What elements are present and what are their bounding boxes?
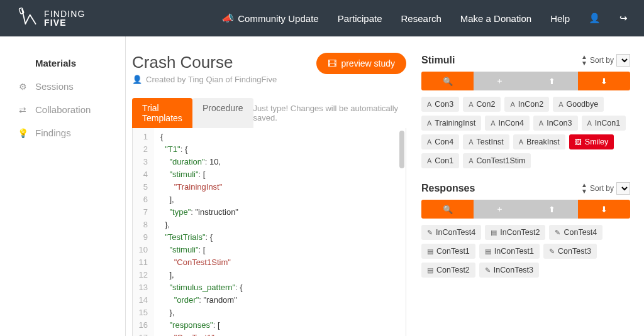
nav-user[interactable]: 👤: [589, 13, 601, 24]
text-icon: A: [587, 119, 592, 127]
svg-rect-0: [19, 8, 24, 14]
stimulus-chip[interactable]: ACon2: [463, 97, 501, 112]
logo-icon: [16, 7, 39, 30]
response-chip[interactable]: ▤ConTest1: [421, 244, 475, 259]
top-bar: FINDING FIVE 📣Community Update Participa…: [0, 0, 644, 36]
stimuli-sort: ▲▼ Sort by: [581, 54, 630, 67]
sort-toggle-icon[interactable]: ▲▼: [581, 182, 587, 195]
stimuli-heading: Stimuli: [421, 55, 455, 66]
sort-label: Sort by: [590, 56, 614, 65]
responses-upload-button[interactable]: ⬆: [526, 200, 578, 219]
response-chip[interactable]: ▤ConTest2: [421, 263, 475, 278]
text-icon: A: [469, 157, 473, 165]
stimuli-sort-select[interactable]: [616, 54, 630, 67]
nav-help[interactable]: Help: [550, 13, 570, 24]
stimulus-chip[interactable]: AConTest1Stim: [463, 153, 531, 168]
text-icon: A: [519, 138, 523, 146]
image-icon: 🖼: [575, 138, 582, 146]
page-title: Crash Course: [132, 53, 277, 72]
byline: 👤 Created by Ting Qian of FindingFive: [132, 75, 277, 84]
tab-trial-templates[interactable]: Trial Templates: [132, 98, 192, 128]
user-icon: 👤: [132, 75, 142, 84]
stimuli-download-button[interactable]: ⬇: [578, 72, 630, 90]
responses-heading: Responses: [421, 183, 475, 194]
brand-line2: FIVE: [44, 18, 85, 27]
form-icon: ▤: [427, 266, 433, 274]
text-icon: A: [427, 119, 431, 127]
text-icon: A: [469, 138, 473, 146]
response-chip[interactable]: ✎ConTest4: [549, 225, 602, 240]
nav-logout[interactable]: ↪: [619, 13, 628, 24]
nav-community[interactable]: 📣Community Update: [222, 13, 318, 24]
stimulus-chip[interactable]: ATestInst: [463, 134, 509, 149]
stimulus-chip[interactable]: ACon4: [421, 134, 459, 149]
plus-icon: ＋: [496, 75, 504, 87]
response-chip[interactable]: ✎InConTest4: [421, 225, 481, 240]
response-chip[interactable]: ✎ConTest3: [543, 244, 597, 259]
stimulus-chip[interactable]: ACon1: [421, 153, 459, 168]
code-body[interactable]: { "T1": { "duration": 10, "stimuli": [ "…: [154, 128, 249, 336]
responses-download-button[interactable]: ⬇: [578, 200, 630, 219]
preview-study-button[interactable]: 🎞 preview study: [316, 53, 406, 74]
stimulus-chip[interactable]: AGoodbye: [553, 97, 604, 112]
responses-search-button[interactable]: 🔍: [421, 200, 474, 219]
response-chip[interactable]: ▤InConTest1: [479, 244, 540, 259]
download-icon: ⬇: [601, 205, 608, 214]
stimulus-chip[interactable]: 🖼Smiley: [569, 134, 614, 149]
pencil-icon: ✎: [549, 247, 555, 256]
stimulus-chip[interactable]: AInCon3: [533, 116, 578, 131]
sort-toggle-icon[interactable]: ▲▼: [581, 54, 587, 67]
form-icon: ▤: [485, 247, 491, 256]
brand-logo[interactable]: FINDING FIVE: [16, 7, 85, 30]
pencil-icon: ✎: [555, 229, 560, 237]
sort-label: Sort by: [590, 184, 614, 193]
stimulus-chip[interactable]: AInCon4: [485, 116, 530, 131]
stimulus-chip[interactable]: ACon3: [421, 97, 459, 112]
sidebar-item-materials[interactable]: Materials: [0, 51, 125, 75]
stimuli-list: ACon3ACon2AInCon2AGoodbyeATrainingInstAI…: [421, 97, 630, 168]
stimuli-search-button[interactable]: 🔍: [421, 72, 474, 90]
text-icon: A: [558, 100, 563, 108]
text-icon: A: [510, 100, 514, 108]
editor-tabs: Trial Templates Procedure: [132, 98, 253, 128]
autosave-hint: Just type! Changes will be automatically…: [253, 104, 406, 122]
brand-line1: FINDING: [44, 9, 85, 18]
nav-donate[interactable]: Make a Donation: [460, 13, 531, 24]
sidebar-icon: ⚙: [18, 82, 28, 92]
pencil-icon: ✎: [485, 266, 491, 274]
responses-toolbar: 🔍 ＋ ⬆ ⬇: [421, 200, 630, 219]
stimuli-upload-button[interactable]: ⬆: [526, 72, 578, 90]
responses-list: ✎InConTest4▤InConTest2✎ConTest4▤ConTest1…: [421, 225, 630, 278]
text-icon: A: [427, 157, 431, 165]
code-editor[interactable]: 12345678910111213141516171819 { "T1": { …: [132, 128, 406, 336]
stimulus-chip[interactable]: ATrainingInst: [421, 116, 481, 131]
sidebar-item-sessions[interactable]: ⚙Sessions: [0, 75, 125, 98]
nav-participate[interactable]: Participate: [338, 13, 382, 24]
stimulus-chip[interactable]: AInCon1: [582, 116, 626, 131]
line-gutter: 12345678910111213141516171819: [133, 128, 154, 336]
text-icon: A: [469, 100, 473, 108]
sidebar: Materials⚙Sessions⇄Collaboration💡Finding…: [0, 36, 126, 336]
scrollbar-thumb[interactable]: [399, 131, 404, 168]
response-chip[interactable]: ✎InConTest3: [479, 263, 539, 278]
megaphone-icon: 📣: [222, 13, 234, 24]
logout-icon: ↪: [619, 13, 628, 24]
form-icon: ▤: [427, 247, 433, 256]
responses-sort-select[interactable]: [616, 182, 630, 195]
search-icon: 🔍: [443, 205, 453, 214]
sidebar-item-findings[interactable]: 💡Findings: [0, 121, 125, 144]
stimulus-chip[interactable]: AInCon2: [504, 97, 549, 112]
pencil-icon: ✎: [427, 229, 433, 237]
text-icon: A: [491, 119, 495, 127]
film-icon: 🎞: [328, 58, 336, 68]
nav-research[interactable]: Research: [401, 13, 441, 24]
sidebar-item-collaboration[interactable]: ⇄Collaboration: [0, 98, 125, 121]
upload-icon: ⬆: [548, 77, 555, 86]
search-icon: 🔍: [443, 77, 453, 86]
stimulus-chip[interactable]: ABreakInst: [513, 134, 565, 149]
responses-add-button[interactable]: ＋: [474, 200, 526, 219]
stimuli-add-button[interactable]: ＋: [474, 72, 526, 90]
response-chip[interactable]: ▤InConTest2: [485, 225, 545, 240]
tab-procedure[interactable]: Procedure: [192, 98, 253, 128]
top-nav: 📣Community Update Participate Research M…: [222, 13, 628, 24]
